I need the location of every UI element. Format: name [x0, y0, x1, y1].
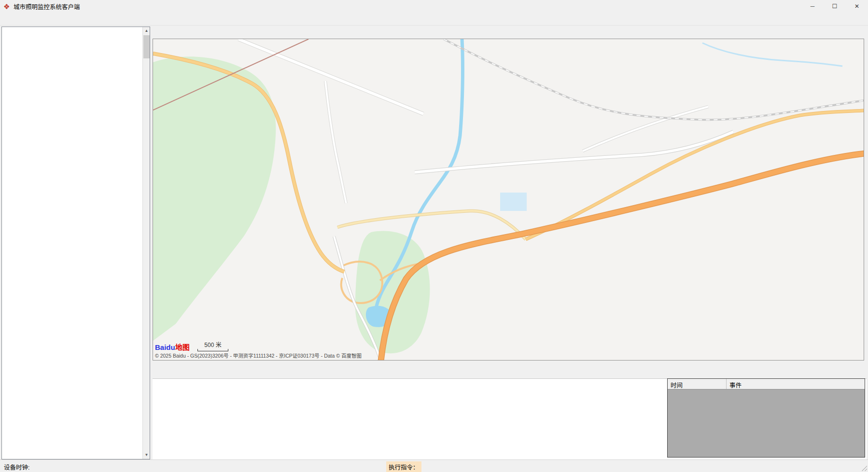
scroll-thumb[interactable] — [143, 35, 150, 58]
close-button[interactable]: ✕ — [846, 0, 868, 13]
map-canvas[interactable]: Baidu地图 © 2025 Baidu - GS(2023)3206号 - 甲… — [153, 39, 864, 361]
column-event: 事件 — [727, 379, 744, 389]
map-scale-bar: 500 米 — [197, 340, 228, 351]
maximize-button[interactable]: ☐ — [824, 0, 846, 13]
device-tree-panel: ▲ ▼ — [1, 27, 150, 459]
device-clock-label: 设备时钟: — [4, 462, 29, 472]
window-title: 城市照明监控系统客户端 — [14, 2, 80, 11]
tree-scrollbar[interactable]: ▲ ▼ — [142, 27, 150, 459]
title-bar: ❖ 城市照明监控系统客户端 ─ ☐ ✕ — [0, 0, 868, 13]
map-base-layer — [153, 39, 864, 361]
resize-grip[interactable] — [861, 465, 867, 471]
scroll-up-icon[interactable]: ▲ — [143, 27, 150, 35]
event-log-table: 时间 事件 — [667, 378, 865, 458]
menu-bar — [0, 13, 868, 26]
app-window: ❖ 城市照明监控系统客户端 ─ ☐ ✕ ▲ ▼ — [0, 0, 868, 472]
map-attribution: Baidu地图 © 2025 Baidu - GS(2023)3206号 - 甲… — [155, 342, 362, 359]
minimize-button[interactable]: ─ — [801, 0, 824, 13]
column-time: 时间 — [668, 379, 727, 389]
app-icon: ❖ — [3, 3, 11, 10]
event-log-header: 时间 事件 — [668, 379, 865, 389]
exec-command-label: 执行指令： — [386, 461, 421, 472]
baidu-logo: Baidu地图 — [155, 343, 190, 351]
status-bar: 设备时钟: 执行指令： — [0, 459, 868, 472]
scroll-down-icon[interactable]: ▼ — [143, 451, 150, 459]
device-tree — [2, 27, 142, 459]
map-copyright: © 2025 Baidu - GS(2023)3206号 - 甲测资字11111… — [155, 352, 362, 359]
